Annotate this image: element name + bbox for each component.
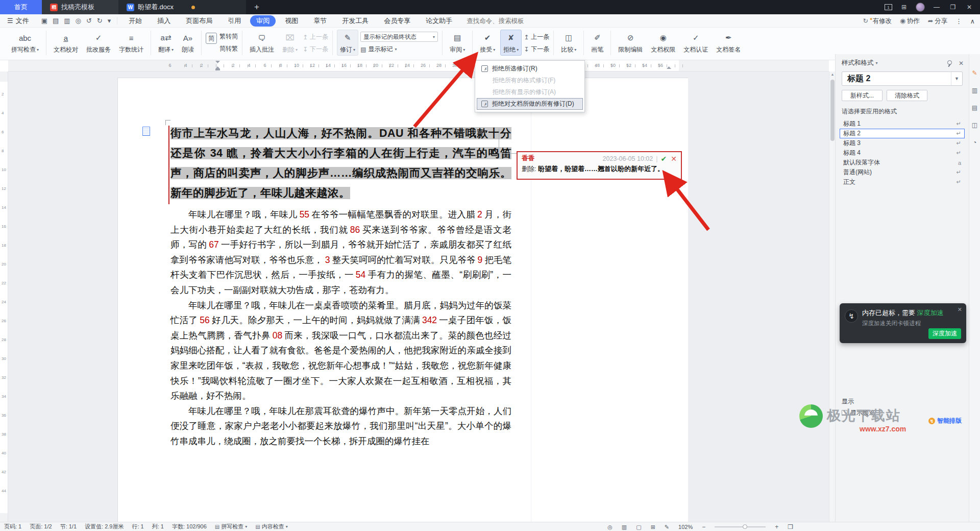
toolbox-icon[interactable]: ◫ (972, 122, 977, 129)
deep-boost-button[interactable]: 深度加速 (928, 328, 961, 339)
collapse-ribbon-button[interactable]: ∧ (970, 17, 975, 25)
zoom-in-button[interactable]: + (775, 523, 778, 530)
command-search-input[interactable] (465, 17, 552, 25)
ribbon-button-review-pane[interactable]: ▤审阅▾ (447, 30, 468, 56)
menu-tab-member[interactable]: 会员专享 (378, 15, 416, 27)
accept-change-button[interactable]: ✔ (661, 155, 667, 163)
status-content-check-toggle[interactable]: ▤内容检查▾ (255, 523, 287, 530)
left-indent-marker[interactable] (215, 69, 220, 70)
ribbon-button-show-markup[interactable]: ▤显示标记▾ (360, 45, 438, 54)
status-spell-check-toggle[interactable]: ▤拼写检查▾ (215, 523, 247, 530)
ribbon-button-compare[interactable]: ◫比较▾ (558, 30, 579, 56)
save-icon[interactable]: ▣ (41, 17, 47, 25)
minimize-button[interactable]: — (932, 3, 941, 11)
menu-tab-page-layout[interactable]: 页面布局 (180, 15, 218, 27)
menu-item-reject-selected[interactable]: ✗拒绝所选修订(R) (477, 63, 583, 75)
template-tab[interactable]: 稻 找稿壳模板 (42, 0, 118, 14)
collaborate-button[interactable]: ◉协作 (900, 17, 920, 26)
workspace-grid-icon[interactable]: ⊞ (899, 3, 909, 11)
ribbon-button-doc-auth[interactable]: ✓文档认证 (680, 30, 711, 56)
menu-item-reject-all-shown[interactable]: 拒绝所有显示的修订(A) (477, 86, 583, 98)
menu-tab-start[interactable]: 开始 (122, 15, 148, 27)
read-mode-icon[interactable]: ▥ (622, 524, 627, 530)
print-preview-icon[interactable]: ◎ (76, 17, 81, 25)
style-item-default-paragraph-font[interactable]: 默认段落字体a (840, 158, 965, 167)
menu-tab-dev-tools[interactable]: 开发工具 (336, 15, 375, 27)
new-style-button[interactable]: 新样式... (842, 90, 883, 101)
eye-protect-icon[interactable]: ◎ (607, 524, 612, 530)
single-page-layout-icon[interactable]: 1 (885, 4, 892, 10)
file-menu-button[interactable]: ☰ 文件 (0, 16, 35, 26)
combo-arrow-icon[interactable]: ▼ (951, 72, 962, 85)
zoom-slider-thumb[interactable] (743, 524, 747, 529)
comment-pane-icon[interactable]: ▥ (972, 87, 977, 94)
ink-mode-icon[interactable]: ✎ (665, 524, 669, 530)
ribbon-button-word-count[interactable]: ≡字数统计 (116, 30, 146, 56)
panel-dropdown-icon[interactable]: ▾ (876, 61, 878, 65)
redo-icon[interactable]: ↻ (97, 17, 103, 25)
ribbon-button-reject[interactable]: ✘拒绝▾ (500, 30, 522, 56)
fullscreen-button[interactable]: ❒ (788, 523, 793, 530)
menu-item-reject-all-format[interactable]: 拒绝所有的格式修订(F) (477, 75, 583, 86)
zoom-out-button[interactable]: − (702, 523, 705, 530)
panel-close-icon[interactable]: ✕ (959, 60, 964, 67)
restore-button[interactable]: ❐ (948, 3, 958, 11)
pin-icon[interactable] (945, 60, 952, 67)
style-item-body-text[interactable]: 正文↵ (840, 177, 965, 187)
export-icon[interactable]: ▤ (53, 17, 59, 25)
ribbon-button-ink[interactable]: ✐画笔 (588, 30, 606, 56)
comment-marker-icon[interactable] (142, 127, 150, 136)
style-item-heading-4[interactable]: 标题 4↵ (840, 148, 965, 158)
style-item-heading-1[interactable]: 标题 1↵ (840, 119, 965, 129)
multi-page-icon[interactable]: ⊞ (651, 524, 655, 530)
navigation-pane-icon[interactable]: ▤ (972, 104, 977, 111)
ribbon-button-delete-comment[interactable]: ⌧删除▾ (279, 30, 301, 56)
ribbon-button-translate[interactable]: a⇄翻译▾ (155, 30, 177, 56)
more-menu-button[interactable]: ⋮ (955, 17, 962, 25)
toast-close-icon[interactable]: ✕ (958, 306, 962, 313)
comment-box[interactable]: 香香 2023-06-05 10:02 | ✔ ✕ 删除: 盼望着，盼望着……翘… (517, 151, 682, 180)
new-tab-button[interactable]: + (246, 0, 267, 14)
ribbon-button-correction-service[interactable]: ✓批改服务 (83, 30, 114, 56)
clear-format-button[interactable]: 清除格式 (887, 90, 927, 101)
reject-change-button[interactable]: ✕ (671, 155, 677, 163)
menu-tab-view[interactable]: 视图 (279, 15, 304, 27)
ribbon-button-doc-permission[interactable]: ◉文档权限 (648, 30, 678, 56)
ribbon-button-prev-change[interactable]: ↥上一条 (524, 33, 549, 41)
ribbon-button-insert-comment[interactable]: 🗨插入批注 (247, 30, 277, 56)
menu-tab-insert[interactable]: 插入 (151, 15, 177, 27)
style-item-heading-2[interactable]: 标题 2↵ (840, 129, 965, 138)
scrollbar-thumb[interactable] (830, 80, 835, 141)
style-item-heading-3[interactable]: 标题 3↵ (840, 138, 965, 148)
quick-edit-icon[interactable]: ✎ (972, 69, 977, 77)
menu-tab-reference[interactable]: 引用 (222, 15, 247, 27)
ribbon-button-spell-check[interactable]: abc拼写检查▾ (8, 30, 42, 56)
ribbon-button-doc-proofread[interactable]: a̲文档校对 (51, 30, 81, 56)
ribbon-button-accept[interactable]: ✔接受▾ (477, 30, 498, 56)
document-scrollbar[interactable]: ▲ (829, 71, 835, 522)
ribbon-button-next-comment[interactable]: ↧下一条 (303, 45, 328, 54)
menu-item-reject-all-document[interactable]: ✗拒绝对文档所做的所有修订(D) (477, 98, 583, 110)
zoom-slider[interactable] (715, 526, 766, 527)
undo-icon[interactable]: ↺ (86, 17, 92, 25)
ribbon-button-simp-to-trad[interactable]: 简转繁 (219, 44, 238, 53)
more-commands-icon[interactable]: ▾ (108, 17, 111, 25)
style-item-normal-web[interactable]: 普通(网站)↵ (840, 167, 965, 177)
share-button[interactable]: ➦分享 (928, 17, 947, 26)
ribbon-button-doc-signature[interactable]: ✒文档签名 (713, 30, 744, 56)
close-button[interactable]: ✕ (965, 3, 974, 11)
print-icon[interactable]: ▥ (64, 17, 70, 25)
ribbon-button-trad-to-simp[interactable]: 繁转简 (219, 32, 238, 41)
home-tab[interactable]: 首页 (0, 0, 42, 14)
ribbon-button-read-aloud[interactable]: A»朗读 (179, 30, 197, 56)
ribbon-display-state-combo[interactable]: 显示标记的最终状态▾ (360, 32, 438, 42)
ribbon-button-prev-comment[interactable]: ↥上一条 (303, 33, 328, 41)
ribbon-button-restrict-edit[interactable]: ⊘限制编辑 (615, 30, 646, 56)
avatar[interactable] (916, 3, 925, 12)
menu-tab-review[interactable]: 审阅 (250, 15, 276, 27)
help-pane-icon[interactable]: ◔ (973, 139, 976, 146)
modified-status[interactable]: ↻●有修改 (863, 16, 892, 26)
ribbon-button-track-changes[interactable]: ✎修订▾ (337, 30, 358, 56)
current-style-combo[interactable]: 标题 2 ▼ (842, 71, 963, 86)
ribbon-button-next-change[interactable]: ↧下一条 (524, 45, 549, 54)
